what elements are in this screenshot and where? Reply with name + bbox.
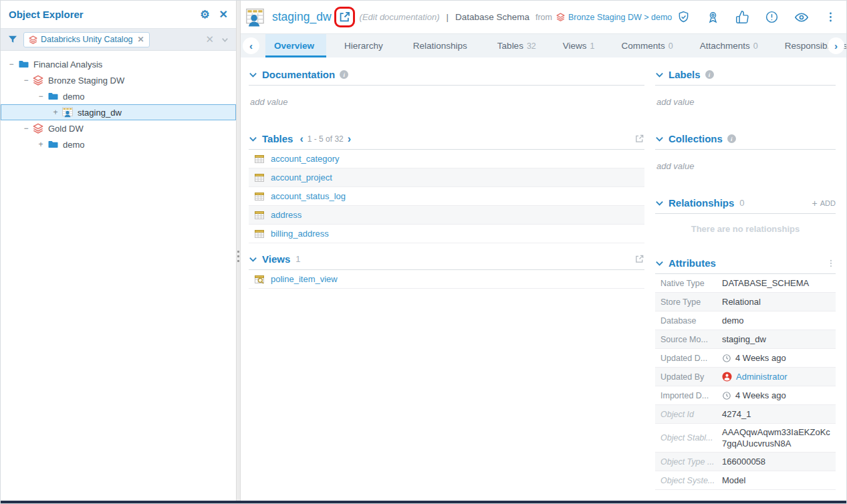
plus-icon: + xyxy=(812,198,818,209)
updated-by-link[interactable]: Administrator xyxy=(736,371,788,382)
expand-icon[interactable] xyxy=(51,108,60,117)
header-action-icons xyxy=(677,10,837,25)
annotation-highlight-box xyxy=(334,7,355,27)
tree-item-bronze-staging-dw[interactable]: Bronze Staging DW xyxy=(1,72,236,88)
filter-chip-databricks[interactable]: Databricks Unity Catalog ✕ xyxy=(23,32,150,47)
schema-icon xyxy=(62,106,74,118)
table-row[interactable]: billing_address xyxy=(249,225,644,243)
documentation-add-value[interactable]: add value xyxy=(249,86,644,123)
attribute-row: Updated By Administrator xyxy=(655,368,836,386)
table-link[interactable]: address xyxy=(271,210,301,220)
certification-medal-icon[interactable] xyxy=(706,10,720,24)
next-page-icon[interactable] xyxy=(348,134,351,144)
tree-item-demo-gold[interactable]: demo xyxy=(1,136,236,152)
breadcrumb[interactable]: Bronze Staging DW > demo xyxy=(568,13,672,22)
schema-icon xyxy=(245,7,265,27)
database-layers-icon xyxy=(32,74,44,86)
collapse-icon[interactable] xyxy=(36,92,45,101)
collapse-chevron-icon[interactable] xyxy=(249,255,257,263)
attribute-row: Object Stabl... AAAQqwAqwm33IaEKZoKc7gqA… xyxy=(655,424,836,453)
attribute-row: Object Syste... Model xyxy=(655,471,836,490)
collapse-icon[interactable] xyxy=(7,59,16,69)
settings-gear-icon[interactable]: ⚙ xyxy=(200,8,209,21)
attribute-row: Native Type DATABASE_SCHEMA xyxy=(655,274,836,293)
collapse-chevron-icon[interactable] xyxy=(655,259,664,267)
add-relationship-button[interactable]: + ADD xyxy=(812,198,836,209)
collapse-chevron-icon[interactable] xyxy=(249,71,257,79)
tree-item-demo[interactable]: demo xyxy=(1,88,236,104)
attributes-menu-kebab-icon[interactable] xyxy=(826,259,836,268)
table-row[interactable]: address xyxy=(249,206,644,225)
table-icon xyxy=(254,191,265,202)
tree-item-financial-analysis[interactable]: Financial Analysis xyxy=(1,56,236,72)
tabs-scroll-left-icon[interactable] xyxy=(243,37,259,54)
tabs-scroll-right-icon[interactable] xyxy=(828,37,844,54)
panel-splitter[interactable] xyxy=(236,1,241,501)
object-explorer-header: Object Explorer ⚙ ✕ xyxy=(1,1,236,29)
pagination-text: 1 - 5 of 32 xyxy=(308,134,344,144)
tree-filter-bar: Databricks Unity Catalog ✕ ✕ xyxy=(1,29,236,51)
tree-item-label: Financial Analysis xyxy=(33,59,102,70)
table-link[interactable]: account_project xyxy=(271,172,332,182)
folder-icon xyxy=(47,138,59,150)
view-link[interactable]: poline_item_view xyxy=(271,274,338,284)
tree-item-label: demo xyxy=(63,92,85,102)
expand-icon[interactable] xyxy=(36,140,45,149)
collapse-chevron-icon[interactable] xyxy=(655,71,664,79)
close-panel-icon[interactable]: ✕ xyxy=(219,8,228,21)
table-icon xyxy=(254,154,265,164)
filter-dropdown-chevron-icon[interactable] xyxy=(221,35,229,44)
app-window: Object Explorer ⚙ ✕ Databricks Unity Cat… xyxy=(0,0,847,504)
documentation-section-header: Documentation xyxy=(249,67,644,86)
table-row[interactable]: account_status_log xyxy=(249,187,644,206)
window-bottom-edge xyxy=(1,501,846,503)
tab-views[interactable]: Views1 xyxy=(554,34,604,57)
table-icon xyxy=(254,172,265,183)
open-tables-list-icon[interactable] xyxy=(634,134,644,144)
object-explorer-panel: Object Explorer ⚙ ✕ Databricks Unity Cat… xyxy=(1,1,236,501)
verified-shield-icon[interactable] xyxy=(677,10,691,24)
collapse-chevron-icon[interactable] xyxy=(655,199,664,207)
splitter-handle-icon[interactable] xyxy=(237,248,239,265)
open-views-list-icon[interactable] xyxy=(634,254,644,264)
tab-attachments[interactable]: Attachments0 xyxy=(691,34,767,57)
attribute-row: Source Mo... staging_dw xyxy=(655,330,836,349)
thumbs-up-icon[interactable] xyxy=(735,10,749,24)
main-panel: staging_dw (Edit documentation) | Databa… xyxy=(241,1,846,501)
previous-page-icon[interactable] xyxy=(299,134,303,144)
watchers-eye-icon[interactable] xyxy=(794,10,809,25)
attribute-row: Object Id 4274_1 xyxy=(655,405,836,424)
tab-hierarchy[interactable]: Hierarchy xyxy=(336,34,395,57)
section-title: Tables xyxy=(262,133,293,144)
tab-comments[interactable]: Comments0 xyxy=(613,34,682,57)
collections-add-value[interactable]: add value xyxy=(655,150,836,187)
view-row[interactable]: poline_item_view xyxy=(249,270,644,289)
labels-add-value[interactable]: add value xyxy=(655,86,836,123)
collapse-chevron-icon[interactable] xyxy=(249,135,257,143)
collapse-icon[interactable] xyxy=(21,76,31,85)
tab-overview[interactable]: Overview xyxy=(265,34,326,57)
edit-documentation-hint[interactable]: (Edit documentation) xyxy=(360,12,440,22)
tab-relationships[interactable]: Relationships xyxy=(404,34,479,57)
collapse-icon[interactable] xyxy=(21,124,31,133)
tab-bar: Overview Hierarchy Relationships Tables3… xyxy=(241,34,846,57)
more-options-kebab-icon[interactable] xyxy=(824,11,837,23)
section-title: Documentation xyxy=(262,69,335,80)
remove-filter-icon[interactable]: ✕ xyxy=(138,35,144,44)
table-link[interactable]: account_status_log xyxy=(271,191,346,201)
tree-item-staging-dw-selected[interactable]: staging_dw xyxy=(1,104,236,120)
clear-filter-icon[interactable]: ✕ xyxy=(205,33,214,45)
table-row[interactable]: account_category xyxy=(249,150,644,168)
collapse-chevron-icon[interactable] xyxy=(655,135,664,143)
warnings-alert-icon[interactable] xyxy=(765,10,779,24)
table-link[interactable]: account_category xyxy=(271,154,340,164)
filter-funnel-icon[interactable] xyxy=(7,34,18,45)
tables-pagination: 1 - 5 of 32 xyxy=(299,134,351,144)
tree-item-gold-dw[interactable]: Gold DW xyxy=(1,120,236,136)
open-editor-icon[interactable] xyxy=(338,11,351,23)
section-title: Relationships xyxy=(669,197,734,209)
table-row[interactable]: account_project xyxy=(249,168,644,187)
tab-tables[interactable]: Tables32 xyxy=(489,34,545,57)
table-link[interactable]: billing_address xyxy=(271,229,329,239)
layers-icon xyxy=(556,13,565,21)
